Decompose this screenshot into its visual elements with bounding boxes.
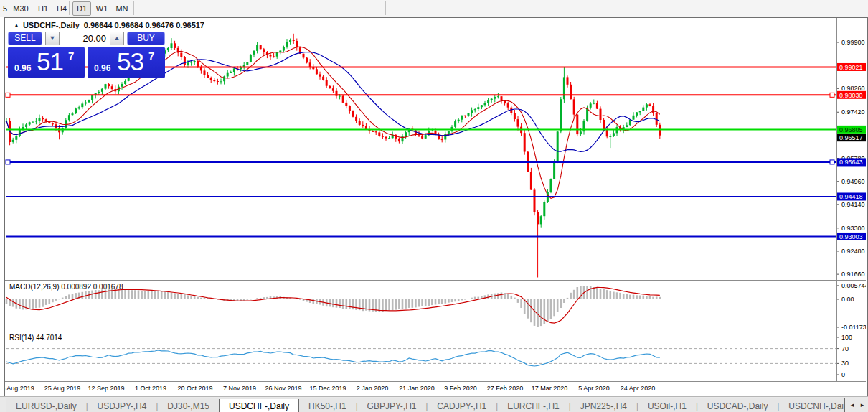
macd-bar	[49, 299, 51, 304]
date-label: 17 Mar 2020	[532, 385, 568, 392]
macd-bar	[62, 298, 64, 299]
candle	[534, 190, 536, 212]
volume-decrease-button[interactable]: ▼	[45, 32, 60, 45]
chart-tab-usdcad-daily[interactable]: USDCAD-,Daily	[698, 399, 778, 412]
macd-bar	[35, 299, 37, 308]
macd-bar	[19, 299, 21, 309]
tab-scroll-left-button[interactable]: ◂	[848, 400, 857, 410]
chart-tab-cadjpy-h1[interactable]: CADJPY-,H1	[428, 399, 496, 412]
sell-quote-button[interactable]: 0.96 51 7	[8, 47, 85, 78]
chart-tab-eurchf-h1[interactable]: EURCHF-,H1	[498, 399, 569, 412]
macd-panel[interactable]: MACD(12,26,9) 0.000892 0.001678	[6, 283, 661, 327]
chart-tab-usdcnh-daily[interactable]: USDCNH-,Daily	[779, 399, 845, 412]
macd-bar	[128, 290, 130, 299]
macd-bar	[181, 294, 183, 299]
candle	[573, 99, 575, 114]
candle	[649, 104, 651, 106]
chart-tab-dj30-m15[interactable]: DJ30-,M15	[158, 399, 219, 412]
candle	[402, 136, 404, 142]
timeframe-button-w1[interactable]: W1	[93, 1, 111, 16]
svg-text:0.97420: 0.97420	[841, 108, 865, 116]
candle	[233, 68, 235, 72]
macd-bar	[567, 298, 569, 299]
svg-text:30: 30	[841, 360, 849, 367]
macd-bar	[402, 299, 404, 309]
macd-bar	[610, 291, 612, 299]
level-handle[interactable]	[830, 93, 834, 97]
candle	[537, 212, 539, 225]
candle	[111, 86, 113, 89]
candle	[52, 123, 54, 124]
rsi-panel[interactable]: RSI(14) 44.7014	[6, 334, 836, 366]
level-handle[interactable]	[6, 93, 10, 97]
macd-bar	[121, 289, 123, 299]
tab-scroll-right-button[interactable]: ▸	[858, 400, 867, 410]
chart-window: ▲USDCHF-,Daily0.96644 0.96684 0.96476 0.…	[4, 17, 868, 398]
chart-tab-eurusd-daily[interactable]: EURUSD-,Daily	[6, 399, 86, 412]
macd-bar	[379, 299, 381, 312]
mt4-application: 5M30H1H4D1W1MN ▲USDCHF-,Daily0.96644 0.9…	[0, 0, 868, 412]
svg-text:100: 100	[841, 334, 852, 341]
macd-bar	[382, 299, 384, 312]
timeframe-button-5[interactable]: 5	[1, 1, 9, 16]
macd-bar	[194, 296, 196, 299]
macd-bar	[550, 299, 552, 319]
candle	[25, 124, 27, 127]
chart-tab-usdjpy-h4[interactable]: USDJPY-,H4	[88, 399, 156, 412]
candle	[487, 100, 489, 103]
candle	[474, 109, 476, 110]
chart-tab-usoil-h1[interactable]: USOil-,H1	[638, 399, 696, 412]
buy-quote-button[interactable]: 0.96 53 7	[88, 47, 165, 78]
svg-text:0.94140: 0.94140	[841, 201, 865, 208]
svg-text:0.94960: 0.94960	[841, 178, 865, 185]
timeframe-button-h4[interactable]: H4	[53, 1, 70, 16]
volume-increase-button[interactable]: ▲	[110, 32, 124, 45]
macd-bar	[484, 295, 486, 299]
candle	[507, 103, 509, 108]
macd-bar	[652, 297, 654, 299]
macd-bar	[161, 291, 163, 299]
volume-input[interactable]: 20.00	[59, 32, 110, 45]
macd-bar	[68, 294, 70, 299]
candle	[65, 120, 67, 128]
candle	[230, 72, 232, 73]
macd-bar	[497, 293, 499, 299]
macd-bar	[603, 289, 605, 299]
macd-bar	[197, 297, 199, 299]
bid-price-prefix: 0.96	[14, 63, 31, 73]
timeframe-button-mn[interactable]: MN	[112, 1, 132, 16]
candle	[39, 118, 41, 121]
sell-button[interactable]: SELL	[8, 32, 42, 45]
timeframe-button-d1[interactable]: D1	[72, 1, 91, 16]
candle	[270, 55, 272, 57]
candle	[517, 119, 519, 127]
macd-bar	[260, 298, 262, 299]
candle	[345, 103, 347, 106]
chart-tab-gbpjpy-h1[interactable]: GBPJPY-,H1	[358, 399, 426, 412]
candle	[454, 121, 456, 127]
macd-bar	[29, 299, 31, 309]
candle	[306, 58, 308, 63]
date-label: 27 Feb 2020	[487, 385, 524, 392]
date-label: 24 Apr 2020	[621, 385, 656, 392]
rsi-label: RSI(14) 44.7014	[9, 334, 62, 342]
buy-button[interactable]: BUY	[127, 32, 165, 45]
level-handle[interactable]	[830, 160, 834, 164]
candle	[105, 84, 107, 89]
macd-bar	[421, 299, 423, 306]
level-handle[interactable]	[6, 160, 10, 164]
timeframe-button-h1[interactable]: H1	[34, 1, 52, 16]
chart-tab-jpn225-h4[interactable]: JPN225-,H4	[571, 399, 636, 412]
macd-bar	[243, 299, 245, 301]
chart-tab-usdchf-daily[interactable]: USDCHF-,Daily	[219, 399, 299, 412]
chart-tab-hk50-h1[interactable]: HK50-,H1	[299, 399, 356, 412]
candle	[316, 69, 318, 74]
candle	[375, 131, 377, 132]
macd-bar	[445, 299, 447, 304]
date-label: 26 Nov 2019	[265, 385, 301, 392]
svg-text:0.93300: 0.93300	[841, 225, 865, 232]
candle	[253, 51, 255, 55]
macd-bar	[58, 299, 60, 300]
timeframe-button-m30[interactable]: M30	[10, 1, 32, 16]
candle	[365, 126, 367, 129]
